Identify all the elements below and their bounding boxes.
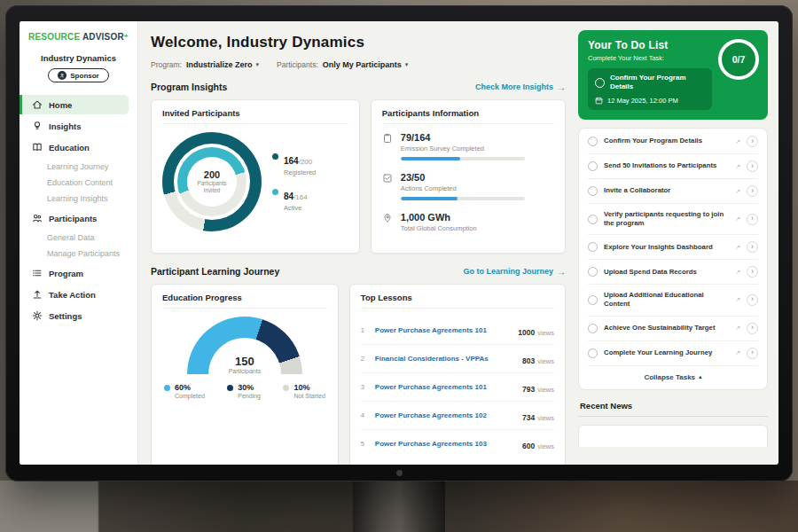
task-checkbox[interactable] xyxy=(588,267,598,277)
lesson-row[interactable]: 1 Power Purchase Agreements 101 1000view… xyxy=(361,317,554,345)
lesson-link[interactable]: Power Purchase Agreements 101 xyxy=(375,383,515,391)
home-icon xyxy=(31,99,43,110)
next-task[interactable]: Confirm Your Program Details xyxy=(595,74,705,91)
task-checkbox[interactable] xyxy=(588,242,598,252)
list-icon xyxy=(31,268,43,278)
todo-tasks-card: Confirm Your Program Details ↗ › Send 50… xyxy=(578,128,768,390)
sidebar-item-insights[interactable]: Insights xyxy=(20,116,129,136)
main-content: Welcome, Industry Dynamics Program: Indu… xyxy=(138,21,578,465)
participants-select[interactable]: Only My Participants ▾ xyxy=(323,60,409,69)
legend-dot xyxy=(164,385,170,391)
nav-label: Participants xyxy=(49,214,97,223)
location-pin-icon xyxy=(382,213,394,223)
task-row[interactable]: Send 50 Invitations to Participants ↗ › xyxy=(588,154,758,179)
org-name: Industry Dynamics xyxy=(20,53,137,63)
nav-label: General Data xyxy=(47,233,95,242)
task-checkbox[interactable] xyxy=(588,348,598,358)
monitor-stand xyxy=(353,477,445,532)
sidebar-nav: Home Insights Education Learning Journey xyxy=(20,95,137,325)
chevron-right-icon[interactable]: › xyxy=(747,185,758,197)
chevron-right-icon[interactable]: › xyxy=(747,266,758,278)
task-checkbox[interactable] xyxy=(595,78,605,88)
sidebar-item-manage-participants[interactable]: Manage Participants xyxy=(20,246,137,262)
task-checkbox[interactable] xyxy=(588,137,598,146)
nav-label: Education xyxy=(49,143,90,153)
lesson-link[interactable]: Power Purchase Agreements 101 xyxy=(375,326,511,334)
task-checkbox[interactable] xyxy=(588,215,598,224)
lesson-row[interactable]: 3 Power Purchase Agreements 101 793views xyxy=(361,373,554,402)
sidebar-item-take-action[interactable]: Take Action xyxy=(20,285,129,304)
chevron-down-icon: ▾ xyxy=(255,61,259,68)
lesson-link[interactable]: Power Purchase Agreements 103 xyxy=(375,440,515,448)
nav-label: Learning Insights xyxy=(47,194,108,203)
sidebar-item-education-content[interactable]: Education Content xyxy=(20,175,137,191)
chevron-right-icon[interactable]: › xyxy=(747,323,758,334)
todo-subtitle: Complete Your Next Task: xyxy=(588,54,758,62)
participants-filter: Participants: Only My Participants ▾ xyxy=(277,60,408,69)
program-filter: Program: Industrialize Zero ▾ xyxy=(151,60,259,69)
chevron-right-icon[interactable]: › xyxy=(747,294,758,306)
task-row[interactable]: Verify participants requesting to join t… xyxy=(588,204,758,235)
task-row[interactable]: Upload Spend Data Records ↗ › xyxy=(588,260,758,285)
task-row[interactable]: Upload Additional Educational Content ↗ … xyxy=(588,285,758,316)
nav-label: Take Action xyxy=(49,290,96,300)
sidebar-item-program[interactable]: Program xyxy=(20,263,129,283)
check-more-insights-link[interactable]: Check More Insights → xyxy=(475,82,566,92)
sidebar-item-general-data[interactable]: General Data xyxy=(20,230,137,246)
lesson-row[interactable]: 5 Power Purchase Agreements 103 600views xyxy=(361,430,554,458)
lesson-link[interactable]: Financial Considerations - VPPAs xyxy=(375,355,515,363)
sponsor-badge[interactable]: Sponsor xyxy=(48,68,108,82)
task-row[interactable]: Confirm Your Program Details ↗ › xyxy=(588,129,758,154)
chevron-right-icon[interactable]: › xyxy=(747,241,758,253)
task-row[interactable]: Invite a Collaborator ↗ › xyxy=(588,179,758,204)
task-checkbox[interactable] xyxy=(588,295,598,305)
task-row[interactable]: Complete Your Learning Journey ↗ › xyxy=(588,341,758,366)
task-checkbox[interactable] xyxy=(588,186,598,196)
collapse-tasks-button[interactable]: Collapse Tasks ▴ xyxy=(588,366,758,388)
sidebar-item-education[interactable]: Education xyxy=(20,137,129,157)
sidebar-item-learning-journey[interactable]: Learning Journey xyxy=(20,159,137,175)
next-task-due: 12 May 2025, 12:00 PM xyxy=(595,97,705,105)
chevron-right-icon[interactable]: › xyxy=(747,136,758,147)
card-title: Top Lessons xyxy=(361,293,554,309)
external-link-icon: ↗ xyxy=(735,215,740,223)
nav-label: Home xyxy=(49,100,72,110)
go-to-learning-journey-link[interactable]: Go to Learning Journey → xyxy=(463,267,566,277)
arrow-right-icon: → xyxy=(557,82,566,92)
gear-icon xyxy=(31,310,43,321)
screen: RESOURCE ADVISOR+ Industry Dynamics Spon… xyxy=(20,21,778,465)
progress-fill xyxy=(401,197,458,200)
chevron-right-icon[interactable]: › xyxy=(747,348,758,359)
book-icon xyxy=(31,142,43,153)
sidebar-item-settings[interactable]: Settings xyxy=(20,306,129,325)
lesson-link[interactable]: Power Purchase Agreements 102 xyxy=(375,411,515,419)
filter-bar: Program: Industrialize Zero ▾ Participan… xyxy=(151,60,566,69)
progress-fill xyxy=(401,157,460,160)
lesson-row[interactable]: 4 Power Purchase Agreements 102 734views xyxy=(361,402,554,430)
nav-label: Manage Participants xyxy=(47,249,120,258)
card-title: Education Progress xyxy=(162,293,327,309)
sidebar-item-participants[interactable]: Participants xyxy=(20,208,129,228)
page-title: Welcome, Industry Dynamics xyxy=(151,34,566,51)
participants-information-card: Participants Information 79/164 Emission… xyxy=(371,99,566,254)
participants-filter-label: Participants: xyxy=(277,60,318,69)
legend-dot xyxy=(272,189,278,195)
sponsor-label: Sponsor xyxy=(70,72,98,80)
chevron-right-icon[interactable]: › xyxy=(747,160,758,172)
task-checkbox[interactable] xyxy=(588,161,598,171)
lesson-row[interactable]: 2 Financial Considerations - VPPAs 803vi… xyxy=(361,345,554,373)
education-progress-card: Education Progress 150 Participants xyxy=(151,284,339,465)
sidebar-item-learning-insights[interactable]: Learning Insights xyxy=(20,191,137,207)
todo-summary-card: Your To Do List 0/7 Complete Your Next T… xyxy=(578,30,768,120)
legend-dot xyxy=(227,385,233,391)
program-select[interactable]: Industrialize Zero ▾ xyxy=(186,60,259,69)
task-checkbox[interactable] xyxy=(588,324,598,333)
chevron-right-icon[interactable]: › xyxy=(747,214,758,225)
progress-track xyxy=(401,157,525,160)
task-row[interactable]: Achieve One Sustainability Target ↗ › xyxy=(588,317,758,341)
person-icon xyxy=(58,71,66,80)
external-link-icon: ↗ xyxy=(735,244,740,251)
sidebar-item-home[interactable]: Home xyxy=(20,95,129,114)
task-row[interactable]: Explore Your Insights Dashboard ↗ › xyxy=(588,235,758,260)
donut-center: 200 Participants Invited xyxy=(187,157,237,207)
